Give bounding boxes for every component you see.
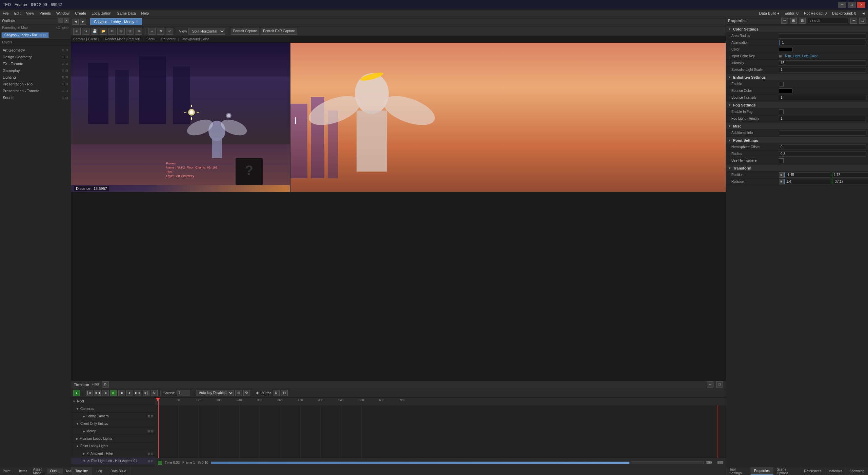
- section-enlighten-header[interactable]: ▼ Enlighten Settings: [726, 74, 868, 81]
- prop-additional-info[interactable]: Additional Info: [726, 130, 868, 136]
- prop-rotation-reset[interactable]: ⊞: [779, 179, 784, 184]
- tab-references[interactable]: References: [801, 467, 825, 475]
- layer-fx-toronto[interactable]: FX - Toronto ⊞⊟: [0, 60, 71, 67]
- tl-next-frame[interactable]: ►: [126, 390, 133, 396]
- prop-radius-input[interactable]: [779, 151, 866, 157]
- track-point-lights[interactable]: ▼ Point Lobby Lights: [71, 442, 155, 450]
- menu-localization[interactable]: Localization: [92, 11, 111, 15]
- calypso-forward-btn[interactable]: ►: [80, 19, 86, 25]
- menu-window[interactable]: Window: [56, 11, 69, 15]
- tl-loop[interactable]: ↻: [151, 390, 158, 396]
- filter-button[interactable]: ⚙: [102, 381, 109, 388]
- outliner-tab-active[interactable]: Calypso - Lobby - Rio ⊞ ⊟: [1, 32, 49, 38]
- data-build-status[interactable]: Data Build ♦: [759, 11, 779, 15]
- toolbar-btn-paste[interactable]: ⊟: [126, 28, 134, 35]
- tl-skip-end[interactable]: ►|: [143, 390, 149, 396]
- layer-sound[interactable]: Sound ⊞⊟: [0, 94, 71, 101]
- menu-panels[interactable]: Panels: [39, 11, 51, 15]
- tab-materials[interactable]: Materials: [825, 467, 846, 475]
- prop-enable[interactable]: Enable: [726, 81, 868, 87]
- tab-outliner[interactable]: Outli...: [47, 469, 63, 474]
- track-frustum-lights[interactable]: ▶ Frustum Lobby Lights: [71, 435, 155, 442]
- prop-enable-checkbox[interactable]: [779, 82, 784, 86]
- toolbar-btn-copy[interactable]: ⊞: [117, 28, 125, 35]
- prop-hemisphere-offset[interactable]: Hemisphere Offset: [726, 144, 868, 151]
- prop-fog-light-intensity-input[interactable]: [779, 116, 866, 121]
- properties-search[interactable]: [808, 18, 848, 23]
- calypso-tab-mercy[interactable]: Calypso - Lobby - Mercy ✕: [90, 18, 142, 25]
- prop-rotation-x[interactable]: [784, 179, 831, 184]
- layer-presentation-rio[interactable]: Presentation - Rio ⊞⊟: [0, 81, 71, 87]
- speed-input[interactable]: [177, 390, 190, 396]
- tl-play-record[interactable]: ●: [73, 390, 80, 396]
- prop-intensity-input[interactable]: [779, 60, 866, 66]
- layer-presentation-toronto[interactable]: Presentation - Toronto ⊞⊟: [0, 87, 71, 94]
- calypso-back-btn[interactable]: ◄: [73, 19, 79, 25]
- calypso-tab-close-icon[interactable]: ✕: [136, 20, 138, 23]
- tl-play[interactable]: ►: [110, 390, 117, 396]
- menu-create[interactable]: Create: [75, 11, 86, 15]
- playbar[interactable]: [211, 461, 703, 464]
- prop-bounce-color[interactable]: Bounce Color: [726, 87, 868, 94]
- viewport-portrait[interactable]: [290, 43, 726, 192]
- tab-items[interactable]: Items: [16, 469, 30, 474]
- prop-enable-in-fog[interactable]: Enable In Fog: [726, 108, 868, 115]
- track-client-only[interactable]: ▼ Client Only Entitys: [71, 420, 155, 428]
- prop-area-radius-input[interactable]: [779, 33, 866, 39]
- props-expand-btn[interactable]: □: [859, 18, 866, 24]
- prop-enable-in-fog-checkbox[interactable]: [779, 110, 784, 114]
- prop-position[interactable]: Position ⊞: [726, 172, 868, 178]
- prop-position-y[interactable]: [832, 172, 868, 178]
- prop-intensity[interactable]: Intensity: [726, 60, 868, 66]
- prop-fog-light-intensity[interactable]: Fog Light Intensity: [726, 115, 868, 122]
- track-rim-light[interactable]: ▼ ✕ Rim Light Left - Hair Accent 01 ⊞⊟: [71, 457, 155, 465]
- collapse-icon[interactable]: ◄: [862, 11, 865, 15]
- prop-position-x[interactable]: [784, 172, 831, 178]
- layer-gameplay[interactable]: Gameplay ⊞⊟: [0, 67, 71, 74]
- layer-lighting[interactable]: Lighting ⊞⊟: [0, 74, 71, 81]
- show-label[interactable]: Show: [146, 37, 155, 41]
- tl-skip-start[interactable]: |◄: [86, 390, 93, 396]
- close-button[interactable]: ✕: [857, 2, 865, 8]
- tab-scene-options[interactable]: Scene Options: [773, 467, 801, 475]
- toolbar-btn-undo[interactable]: ↩: [73, 28, 81, 35]
- tl-tab-databuild[interactable]: Data Build: [106, 467, 130, 475]
- tl-record-btn[interactable]: ⊡: [281, 390, 288, 396]
- props-btn-3[interactable]: ⊟: [799, 18, 806, 24]
- viewport-3d[interactable]: ? Frozen Name : NUK2_Floor_Chanks_IGr 16…: [71, 43, 290, 192]
- prop-attenuation[interactable]: Attenuation: [726, 39, 868, 46]
- tl-settings-btn[interactable]: ⚙: [243, 390, 250, 396]
- prop-additional-info-input[interactable]: [779, 130, 866, 136]
- toolbar-btn-rotate[interactable]: ↻: [157, 28, 164, 35]
- section-color-header[interactable]: ▼ Color Settings: [726, 26, 868, 33]
- layer-design-geometry[interactable]: Design Geometry ⊞⊟: [0, 54, 71, 60]
- track-mercy[interactable]: ▶ Mercy ⊞⊟: [71, 428, 155, 435]
- tl-next-key[interactable]: ►►: [135, 390, 141, 396]
- menu-gamedata[interactable]: Game Data: [117, 11, 136, 15]
- toolbar-btn-redo[interactable]: ↪: [82, 28, 89, 35]
- menu-help[interactable]: Help: [141, 11, 149, 15]
- toolbar-btn-scale[interactable]: ⤢: [166, 28, 173, 35]
- renderer-label[interactable]: Renderer: [161, 37, 176, 41]
- tl-fps-settings[interactable]: ⚙: [273, 390, 280, 396]
- props-btn-1[interactable]: ↩: [781, 18, 788, 24]
- prop-use-hemisphere-checkbox[interactable]: [779, 158, 784, 163]
- autokey-dropdown[interactable]: Auto-key Disabled Auto-key Enabled: [196, 390, 234, 396]
- menu-view[interactable]: View: [26, 11, 34, 15]
- background-color-label[interactable]: Background Color: [182, 37, 209, 41]
- toolbar-btn-open[interactable]: 📂: [100, 28, 107, 35]
- tab-tool-settings[interactable]: Tool Settings: [726, 467, 751, 475]
- prop-position-reset[interactable]: ⊞: [779, 172, 784, 178]
- prop-rotation[interactable]: Rotation ⊞: [726, 178, 868, 185]
- track-root[interactable]: ▼ Root: [71, 398, 155, 405]
- toolbar-btn-delete[interactable]: ✕: [135, 28, 142, 35]
- outliner-minimize-btn[interactable]: ─: [58, 18, 63, 23]
- props-btn-2[interactable]: ⊞: [790, 18, 797, 24]
- layer-art-geometry[interactable]: Art Geometry ⊞⊟: [0, 47, 71, 54]
- prop-bounce-color-swatch[interactable]: [779, 88, 792, 93]
- tl-key-btn[interactable]: ⊞: [235, 390, 242, 396]
- tab-spawning[interactable]: Spawning: [846, 467, 868, 475]
- menu-edit[interactable]: Edit: [14, 11, 21, 15]
- prop-bounce-intensity[interactable]: Bounce Intensity: [726, 94, 868, 101]
- toolbar-btn-move[interactable]: ↔: [148, 28, 156, 35]
